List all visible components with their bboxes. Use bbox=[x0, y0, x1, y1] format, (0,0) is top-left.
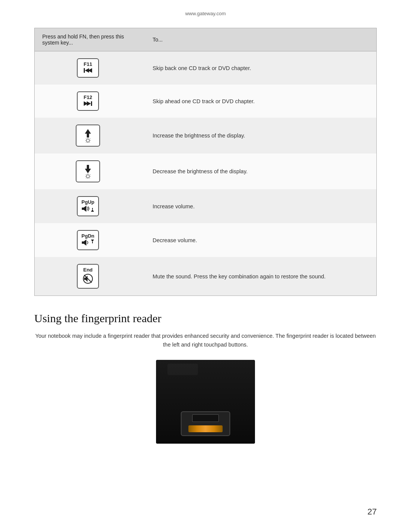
val-cell-pgup: Increase volume. bbox=[141, 197, 376, 216]
svg-rect-5 bbox=[91, 101, 92, 106]
table-container: Press and hold FN, then press this syste… bbox=[34, 28, 377, 296]
svg-rect-35 bbox=[92, 242, 93, 243]
svg-rect-32 bbox=[82, 241, 84, 244]
svg-marker-18 bbox=[85, 169, 91, 173]
val-cell-brightness-up: Increase the brightness of the display. bbox=[141, 126, 376, 145]
section-body: Your notebook may include a fingerprint … bbox=[34, 332, 377, 349]
key-cell-end: End bbox=[35, 257, 141, 296]
svg-line-16 bbox=[86, 142, 86, 142]
svg-rect-31 bbox=[92, 208, 93, 209]
table-row: PgDn Decrease volume. bbox=[35, 223, 376, 257]
table-row: Decrease the brightness of the display. bbox=[35, 153, 376, 189]
table-row: F12 Skip ahead one CD track or DVD chapt… bbox=[35, 85, 376, 118]
svg-line-26 bbox=[90, 174, 90, 175]
key-label-f12: F12 bbox=[84, 94, 92, 100]
svg-rect-38 bbox=[84, 278, 86, 280]
header-col2: To... bbox=[141, 28, 376, 51]
section-heading: Using the fingerprint reader bbox=[34, 312, 377, 325]
key-cell-pgup: PgUp bbox=[35, 189, 141, 223]
table-row: PgUp Increase volume. bbox=[35, 189, 376, 223]
svg-point-8 bbox=[86, 139, 89, 142]
svg-rect-7 bbox=[87, 134, 89, 137]
key-icon-vol-down bbox=[82, 240, 94, 247]
key-label-f11: F11 bbox=[84, 61, 92, 67]
table-header: Press and hold FN, then press this syste… bbox=[35, 28, 376, 51]
svg-line-27 bbox=[86, 178, 86, 178]
svg-point-19 bbox=[86, 175, 89, 178]
key-cell-brightness-down bbox=[35, 153, 141, 189]
svg-line-15 bbox=[90, 139, 90, 139]
svg-line-25 bbox=[89, 178, 90, 178]
key-cell-f12: F12 bbox=[35, 85, 141, 118]
svg-rect-17 bbox=[87, 165, 89, 169]
key-end: End bbox=[77, 264, 99, 289]
svg-marker-6 bbox=[85, 129, 91, 134]
val-cell-f11: Skip back one CD track or DVD chapter. bbox=[141, 58, 376, 78]
table-row: Increase the brightness of the display. bbox=[35, 118, 376, 153]
page-number: 27 bbox=[368, 507, 377, 517]
key-icon-prev bbox=[84, 68, 92, 75]
svg-marker-4 bbox=[87, 101, 91, 106]
key-f11: F11 bbox=[77, 58, 99, 78]
svg-line-13 bbox=[86, 139, 86, 139]
key-cell-pgdn: PgDn bbox=[35, 223, 141, 257]
key-cell-brightness-up bbox=[35, 118, 141, 153]
val-cell-end: Mute the sound. Press the key combinatio… bbox=[141, 267, 376, 286]
page-url: www.gateway.com bbox=[0, 0, 411, 16]
header-col1: Press and hold FN, then press this syste… bbox=[35, 28, 141, 51]
svg-rect-0 bbox=[84, 68, 85, 73]
svg-marker-29 bbox=[84, 206, 86, 212]
key-cell-f11: F11 bbox=[35, 51, 141, 85]
key-label-end: End bbox=[83, 267, 93, 273]
key-icon-next bbox=[84, 101, 92, 108]
key-icon-mute bbox=[83, 273, 93, 286]
key-pgup: PgUp bbox=[77, 196, 99, 216]
svg-marker-34 bbox=[91, 240, 94, 242]
fingerprint-reader-image bbox=[156, 360, 255, 444]
svg-rect-28 bbox=[82, 208, 84, 210]
svg-marker-30 bbox=[91, 209, 94, 212]
svg-line-24 bbox=[86, 174, 86, 175]
key-f12: F12 bbox=[77, 91, 99, 111]
svg-line-14 bbox=[89, 142, 90, 142]
table-row: F11 Skip back one CD track or DVD chapte… bbox=[35, 51, 376, 85]
key-label-pgdn: PgDn bbox=[81, 233, 94, 239]
key-label-pgup: PgUp bbox=[81, 199, 94, 205]
svg-marker-33 bbox=[84, 240, 86, 246]
table-row: End Mute the sound. Press the key combin… bbox=[35, 257, 376, 296]
key-icon-vol-up bbox=[82, 206, 94, 213]
key-brightness-up bbox=[76, 125, 100, 147]
val-cell-brightness-down: Decrease the brightness of the display. bbox=[141, 161, 376, 181]
key-brightness-down bbox=[76, 160, 100, 182]
key-pgdn: PgDn bbox=[77, 230, 99, 250]
val-cell-pgdn: Decrease volume. bbox=[141, 230, 376, 250]
val-cell-f12: Skip ahead one CD track or DVD chapter. bbox=[141, 91, 376, 111]
